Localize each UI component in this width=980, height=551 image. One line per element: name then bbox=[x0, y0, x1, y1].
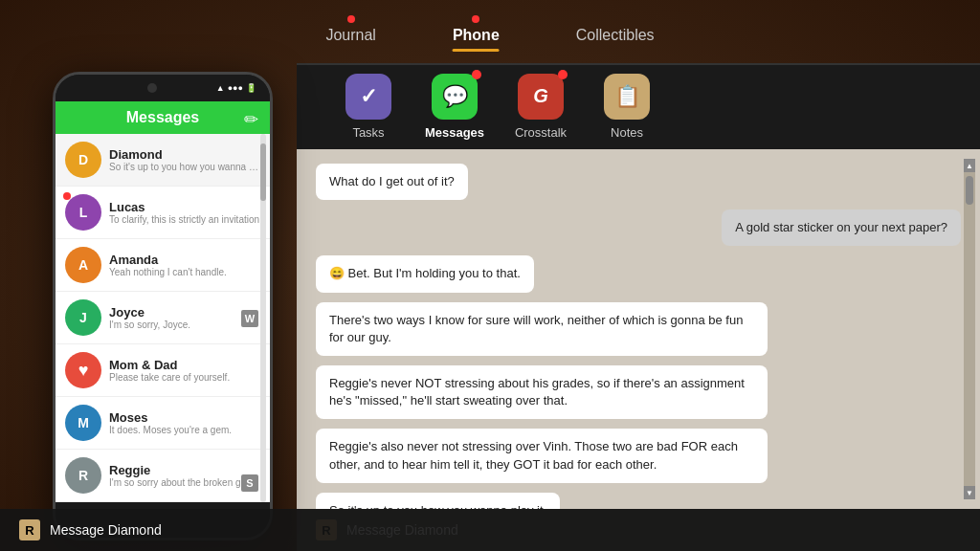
tab-phone[interactable]: Phone bbox=[453, 19, 500, 44]
s-badge: S bbox=[241, 474, 258, 492]
crosstalk-icon: G bbox=[533, 85, 548, 107]
crosstalk-icon-wrapper: G bbox=[518, 74, 564, 120]
lucas-notif bbox=[63, 192, 71, 200]
w-badge: W bbox=[241, 310, 258, 327]
avatar-joyce: J bbox=[65, 299, 101, 336]
contact-preview-moses: It does. Moses you're a gem. bbox=[109, 425, 260, 435]
contact-info-mom-dad: Mom & Dad Please take care of yourself. bbox=[109, 358, 260, 383]
chat-area: What do I get out of it? A gold star sti… bbox=[297, 149, 980, 509]
phone-header: Messages ✏ bbox=[56, 101, 270, 134]
notes-label: Notes bbox=[611, 125, 643, 140]
chat-content: What do I get out of it? A gold star sti… bbox=[297, 149, 980, 551]
contact-info-moses: Moses It does. Moses you're a gem. bbox=[109, 410, 260, 435]
contact-mom-dad[interactable]: ♥ Mom & Dad Please take care of yourself… bbox=[56, 344, 270, 397]
message-6: Reggie's also never not stressing over V… bbox=[316, 429, 768, 482]
contact-preview-joyce: I'm so sorry, Joyce. bbox=[109, 320, 260, 330]
message-5: Reggie's never NOT stressing about his g… bbox=[316, 365, 768, 419]
message-4: There's two ways I know for sure will wo… bbox=[316, 302, 768, 356]
app-messages[interactable]: 💬 Messages bbox=[421, 74, 488, 140]
tab-collectibles[interactable]: Collectibles bbox=[576, 19, 655, 44]
contact-name-moses: Moses bbox=[109, 410, 260, 425]
contact-info-lucas: Lucas To clarify, this is strictly an in… bbox=[109, 200, 260, 225]
message-7: So it's up to you how you wanna play it. bbox=[316, 493, 560, 509]
contact-preview-diamond: So it's up to you how you wanna play bbox=[109, 162, 260, 172]
contact-moses[interactable]: M Moses It does. Moses you're a gem. bbox=[56, 397, 270, 450]
contact-info-reggie: Reggie I'm so sorry about the broken gla… bbox=[109, 463, 260, 488]
battery-icon: 🔋 bbox=[246, 83, 256, 93]
message-2: A gold star sticker on your next paper? bbox=[722, 209, 961, 246]
messages-icon: 💬 bbox=[442, 84, 468, 109]
scrollbar[interactable]: ▲ ▼ bbox=[964, 159, 975, 499]
bottom-key: R bbox=[19, 519, 40, 540]
contact-name-amanda: Amanda bbox=[109, 253, 260, 267]
signal-icon: ●●● bbox=[228, 83, 243, 93]
contact-name-mom-dad: Mom & Dad bbox=[109, 358, 260, 372]
contact-name-reggie: Reggie bbox=[109, 463, 260, 477]
notes-icon: 📋 bbox=[614, 84, 640, 109]
scroll-thumb[interactable] bbox=[966, 176, 973, 205]
contact-diamond[interactable]: D Diamond So it's up to you how you wann… bbox=[56, 134, 270, 187]
avatar-diamond: D bbox=[65, 142, 101, 178]
messages-notif-dot bbox=[472, 70, 481, 79]
phone-container: ▲ ●●● 🔋 Messages ✏ D Diamond So it's up … bbox=[53, 72, 273, 540]
phone-scrollbar[interactable] bbox=[260, 134, 266, 502]
phone-body: ▲ ●●● 🔋 Messages ✏ D Diamond So it's up … bbox=[53, 72, 273, 540]
contact-lucas[interactable]: L Lucas To clarify, this is strictly an … bbox=[56, 187, 270, 239]
contact-preview-reggie: I'm so sorry about the broken glass, I bbox=[109, 477, 260, 488]
message-3: 😄 Bet. But I'm holding you to that. bbox=[316, 255, 534, 292]
phone-dot bbox=[472, 15, 479, 23]
avatar-mom-dad: ♥ bbox=[65, 352, 101, 388]
phone-notch: ▲ ●●● 🔋 bbox=[56, 75, 270, 101]
messages-icon-wrapper: 💬 bbox=[432, 74, 478, 120]
avatar-reggie: R bbox=[65, 457, 101, 494]
contact-reggie[interactable]: R Reggie I'm so sorry about the broken g… bbox=[56, 450, 270, 502]
top-nav: Journal Phone Collectibles bbox=[0, 0, 980, 63]
contact-amanda[interactable]: A Amanda Yeah nothing I can't handle. bbox=[56, 239, 270, 292]
collectibles-label: Collectibles bbox=[576, 19, 655, 44]
scroll-up-arrow[interactable]: ▲ bbox=[964, 159, 975, 172]
phone-contacts-list: D Diamond So it's up to you how you wann… bbox=[56, 134, 270, 502]
contact-joyce[interactable]: J Joyce I'm so sorry, Joyce. bbox=[56, 292, 270, 344]
tasks-icon: ✓ bbox=[360, 84, 377, 109]
messages-label: Messages bbox=[425, 125, 484, 140]
message-1: What do I get out of it? bbox=[316, 164, 468, 200]
tasks-label: Tasks bbox=[352, 125, 384, 140]
wifi-icon: ▲ bbox=[216, 83, 225, 93]
contact-name-diamond: Diamond bbox=[109, 147, 260, 162]
scroll-down-arrow[interactable]: ▼ bbox=[964, 486, 975, 499]
crosstalk-label: Crosstalk bbox=[515, 125, 567, 140]
avatar-lucas: L bbox=[65, 194, 101, 231]
contact-name-lucas: Lucas bbox=[109, 200, 260, 214]
contact-preview-mom-dad: Please take care of yourself. bbox=[109, 372, 260, 383]
bottom-action-label[interactable]: Message Diamond bbox=[50, 522, 162, 538]
journal-dot bbox=[347, 15, 355, 23]
phone-title: Messages bbox=[126, 109, 200, 125]
phone-status-icons: ▲ ●●● 🔋 bbox=[216, 83, 256, 93]
avatar-amanda: A bbox=[65, 247, 101, 283]
contact-preview-amanda: Yeah nothing I can't handle. bbox=[109, 267, 260, 277]
app-notes[interactable]: 📋 Notes bbox=[593, 74, 660, 140]
tab-journal[interactable]: Journal bbox=[325, 19, 375, 44]
crosstalk-notif-dot bbox=[558, 70, 568, 79]
tasks-icon-wrapper: ✓ bbox=[345, 74, 391, 120]
notes-icon-wrapper: 📋 bbox=[604, 74, 650, 120]
phone-scroll-thumb[interactable] bbox=[260, 143, 266, 201]
bottom-bar: R Message Diamond bbox=[0, 509, 980, 551]
compose-icon[interactable]: ✏ bbox=[244, 109, 258, 130]
app-crosstalk[interactable]: G Crosstalk bbox=[507, 74, 574, 140]
contact-info-amanda: Amanda Yeah nothing I can't handle. bbox=[109, 253, 260, 277]
phone-camera bbox=[147, 83, 157, 93]
contact-info-diamond: Diamond So it's up to you how you wanna … bbox=[109, 147, 260, 172]
avatar-moses: M bbox=[65, 405, 101, 441]
app-tasks[interactable]: ✓ Tasks bbox=[335, 74, 402, 140]
contact-preview-lucas: To clarify, this is strictly an invitati… bbox=[109, 214, 260, 225]
contact-info-joyce: Joyce I'm so sorry, Joyce. bbox=[109, 305, 260, 330]
nav-divider bbox=[297, 63, 980, 65]
app-bar: ✓ Tasks 💬 Messages G Crosstalk 📋 Notes bbox=[297, 63, 980, 149]
contact-name-joyce: Joyce bbox=[109, 305, 260, 320]
